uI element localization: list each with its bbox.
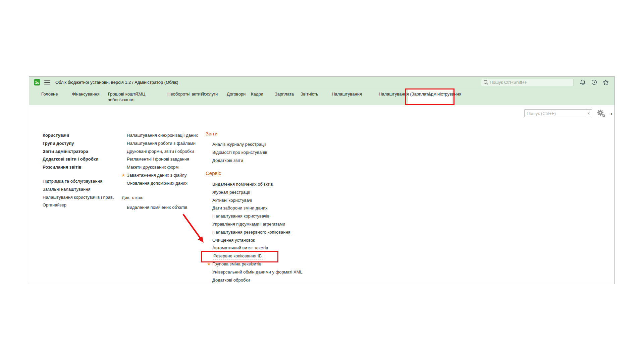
see-also-items: Видалення помічених об'єктів	[127, 203, 187, 212]
link-ochyshchennia-ustanovok[interactable]: Очищення установок	[212, 236, 303, 244]
link-aktyvni-korystuvachi[interactable]: Активні користувачі	[212, 196, 303, 204]
administration-panel: ×	[29, 105, 614, 284]
favorite-star-icon: ★	[121, 171, 125, 179]
link-rozsylannia-zvitiv[interactable]: Розсилання звітів	[43, 163, 98, 171]
app-window: 1с Облік бюджетної установи, версія 1.2 …	[29, 76, 615, 284]
tab-tmts[interactable]: ТМЦ	[136, 92, 145, 97]
link-dodatkovi-obrobky[interactable]: Додаткові обробки	[212, 276, 303, 284]
history-clock-icon[interactable]	[591, 79, 597, 85]
tab-administruvannia[interactable]: Адміністрування	[428, 92, 462, 97]
settings-gear-icon[interactable]	[597, 109, 605, 117]
link-hrupy-dostupu[interactable]: Групи доступу	[43, 139, 98, 147]
favorites-star-icon[interactable]	[602, 79, 609, 86]
link-rezervne-kopiuvannia-ib[interactable]: Резервне копіювання ІБ	[212, 252, 303, 260]
search-icon	[483, 80, 488, 85]
panel-find-row: ×	[524, 109, 613, 117]
global-search-input[interactable]	[490, 80, 573, 85]
link-zhurnal-reiestratsii[interactable]: Журнал реєстрації	[212, 188, 303, 196]
section-tabs-bar: Головне Фінансування Грошові кошти, зобо…	[29, 88, 614, 105]
link-nalashtuvannia-rezervnoho[interactable]: Налаштування резервного копіювання	[212, 228, 303, 236]
link-korystuvachi[interactable]: Користувачі	[43, 131, 98, 139]
menu-col1-featured: Користувачі Групи доступу Звіти адмініст…	[43, 131, 98, 171]
tab-zarplata[interactable]: Зарплата	[275, 92, 294, 97]
link-analiz-zhurnalu[interactable]: Аналіз журналу реєстрації	[212, 140, 267, 148]
app-logo-icon: 1с	[34, 79, 40, 85]
section-servis-items: Видалення помічених об'єктів Журнал реєс…	[212, 180, 303, 284]
title-bar: 1с Облік бюджетної установи, версія 1.2 …	[29, 77, 614, 88]
link-nalashtuvannia-korystuvachiv[interactable]: Налаштування користувачів	[212, 212, 303, 220]
link-dodatkovi-zvity-obrobky[interactable]: Додаткові звіти і обробки	[43, 155, 98, 163]
see-also-header: Див. також	[122, 195, 143, 200]
link-vydalennia-pomichenykh-seealso[interactable]: Видалення помічених об'єктів	[127, 203, 187, 212]
link-upravlinnia-pidsumkamy[interactable]: Управління підсумками і агрегатами	[212, 220, 303, 228]
link-daty-zaborony[interactable]: Дати заборони зміни даних	[212, 204, 303, 212]
collapse-chevron-icon[interactable]: ›	[611, 111, 612, 116]
clear-search-button[interactable]: ×	[585, 109, 592, 117]
link-makety-drukovanykh-form[interactable]: Макети друкованих форм	[127, 163, 198, 171]
link-nalashtuvannia-korystuvachiv-prav[interactable]: Налаштування користувачів і прав.	[43, 193, 114, 201]
link-onovlennia-dopomizhnykh[interactable]: Оновлення допоміжних даних	[127, 179, 198, 187]
link-dodatkovi-zvity[interactable]: Додаткові звіти	[212, 157, 267, 165]
tab-posluhy[interactable]: Послуги	[201, 92, 218, 97]
link-vydalennia-pomichenykh[interactable]: Видалення помічених об'єктів	[212, 180, 303, 188]
tab-nalashtuvannia-zarplata[interactable]: Налаштування (Зарплата)	[379, 92, 432, 97]
tab-finansuvannia[interactable]: Фінансування	[72, 92, 100, 97]
link-zavantazhennia-danykh[interactable]: ★Завантаження даних з файлу	[127, 171, 198, 179]
link-rehlamentni-zavdannia[interactable]: Регламентні і фонові завдання	[127, 155, 198, 163]
link-vidomosti-korystuvachiv[interactable]: Відомості про користувачів	[212, 148, 267, 157]
link-zvity-administratora[interactable]: Звіти адміністратора	[43, 147, 98, 156]
app-title: Облік бюджетної установи, версія 1.2 / А…	[55, 80, 178, 85]
tab-dohovory[interactable]: Договори	[227, 92, 246, 97]
link-nalashtuvannia-synkhronizatsii[interactable]: Налаштування синхронізації даних	[127, 131, 198, 139]
tab-kadry[interactable]: Кадри	[251, 92, 263, 97]
link-drukovani-formy[interactable]: Друковані форми, звіти і обробки	[127, 147, 198, 156]
section-zvity-items: Аналіз журналу реєстрації Відомості про …	[212, 140, 267, 164]
menu-col1-general: Підтримка та обслуговування Загальні нал…	[43, 177, 114, 209]
menu-col2: Налаштування синхронізації даних Налашту…	[127, 131, 198, 187]
tab-holovne[interactable]: Головне	[41, 92, 58, 97]
tab-nalashtuvannia[interactable]: Налаштування	[332, 92, 362, 97]
link-hrupova-zmina[interactable]: ★Групова зміна реквізитів	[212, 260, 303, 268]
desktop: { "window": { "logo_glyph": "1с", "title…	[0, 0, 644, 362]
link-zahalni-nalashtuvannia[interactable]: Загальні налаштування	[43, 185, 114, 193]
panel-find-input[interactable]	[524, 109, 585, 117]
link-pidtrymka-obsluhovuvannia[interactable]: Підтримка та обслуговування	[43, 177, 114, 185]
main-menu-icon[interactable]	[44, 79, 50, 85]
notifications-bell-icon[interactable]	[580, 79, 586, 85]
link-universalnyi-obmin-xml[interactable]: Універсальний обмін даними у форматі XML	[212, 268, 303, 276]
tab-zvitnist[interactable]: Звітність	[301, 92, 318, 97]
section-header-servis: Сервіс	[206, 170, 221, 176]
link-orhanaizer[interactable]: Органайзер	[43, 201, 114, 209]
link-robota-z-failamy[interactable]: Налаштування роботи з файлами	[127, 139, 198, 147]
favorite-star-icon: ★	[207, 260, 211, 268]
global-search-box[interactable]	[481, 79, 574, 86]
tab-neoborotni-aktyvy[interactable]: Необоротні активи	[167, 92, 205, 97]
link-avtomatychnyi-vytiah[interactable]: Автоматичний витяг текстів	[212, 244, 303, 252]
section-header-zvity: Звіти	[206, 131, 218, 136]
